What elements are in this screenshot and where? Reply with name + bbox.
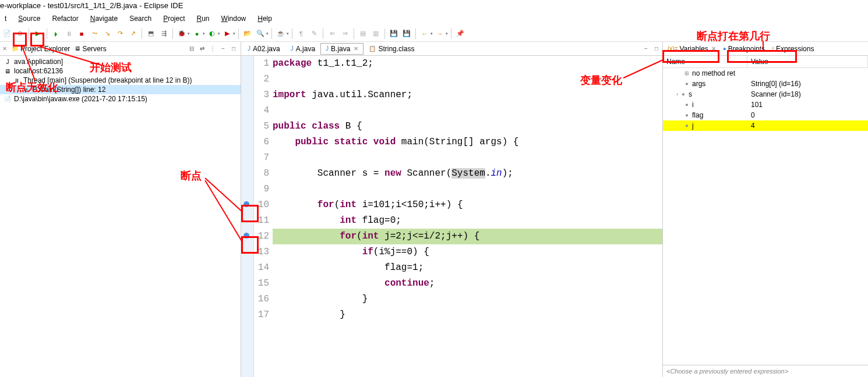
code-line[interactable]: for(int i=101;i<150;i++) {	[273, 197, 662, 213]
menu-search[interactable]: Search	[125, 14, 156, 24]
forward-button[interactable]: →	[434, 28, 446, 40]
tree-label: localhost:62136	[14, 67, 63, 75]
variable-row[interactable]: ●flag0	[663, 110, 868, 120]
var-tab-close-icon[interactable]: ✕	[711, 45, 716, 52]
code-line[interactable]: flag=1;	[273, 260, 662, 276]
step-into-button[interactable]: ↘	[101, 28, 113, 40]
editor-tab-a-java[interactable]: JA.java	[285, 43, 320, 55]
prev-edit-button[interactable]: ⇐	[326, 28, 338, 40]
editor-tab-a02-java[interactable]: JA02.java	[242, 43, 285, 55]
expressions-tab[interactable]: ᵡ Expressions	[768, 44, 817, 54]
new-button[interactable]: 📄	[1, 28, 13, 40]
debug-start-button[interactable]: ▶	[32, 28, 44, 40]
minimize-view-icon[interactable]: −	[218, 44, 228, 54]
var-value: Scanner (id=18)	[747, 89, 868, 99]
terminate-button[interactable]: ■	[76, 28, 87, 40]
var-name: flag	[692, 111, 703, 119]
menu-navigate[interactable]: Navigate	[86, 14, 122, 24]
debug-tree-row[interactable]: ≡B.main(String[]) line: 12	[0, 85, 241, 94]
save-all-button[interactable]: 💾	[401, 28, 412, 40]
collapse-all-icon[interactable]: ⊟	[187, 44, 196, 54]
breakpoint-marker[interactable]	[244, 233, 249, 239]
tab-close-icon[interactable]: ✕	[354, 45, 358, 52]
disconnect-button[interactable]: ⤳	[89, 28, 100, 40]
step-return-button[interactable]: ↗	[127, 28, 139, 40]
code-line[interactable]: for(int j=2;j<=i/2;j++) {	[273, 229, 662, 244]
menu-source[interactable]: Source	[13, 14, 45, 24]
code-line[interactable]: import java.util.Scanner;	[273, 87, 662, 103]
toggle-ws-button[interactable]: ¶	[295, 28, 307, 40]
tab-close-icon[interactable]: ✕	[2, 45, 7, 52]
step-filter-button[interactable]: ⇶	[158, 28, 170, 40]
code-line[interactable]: }	[273, 291, 662, 307]
breakpoints-tab-label: Breakpoints	[728, 45, 765, 53]
code-line[interactable]: public static void main(String[] args) {	[273, 134, 662, 150]
maximize-editor-icon[interactable]: □	[652, 44, 661, 54]
editor-tab-b-java[interactable]: JB.java✕	[320, 43, 364, 55]
align-left-button[interactable]: ▤	[357, 28, 369, 40]
variable-row[interactable]: ●j4	[663, 120, 868, 131]
code-line[interactable]	[273, 182, 662, 197]
var-header-value[interactable]: Value	[747, 56, 868, 67]
debug-button[interactable]: 🐞	[176, 28, 188, 40]
view-menu-icon[interactable]: ⋮	[208, 44, 217, 54]
open-task-button[interactable]: 🔍	[255, 28, 266, 40]
variable-row[interactable]: ›●sScanner (id=18)	[663, 89, 868, 99]
var-header-name[interactable]: Name	[663, 56, 747, 67]
variable-row[interactable]: ●i101	[663, 99, 868, 110]
editor-tab-string-class[interactable]: 📋String.class	[364, 43, 419, 55]
back-button[interactable]: ←	[419, 28, 431, 40]
menu-run[interactable]: Run	[192, 14, 214, 24]
editor-body[interactable]: 1234567891011121314151617 package t1_1.t…	[241, 56, 662, 377]
code-line[interactable]: if(i%j==0) {	[273, 244, 662, 260]
menu-window[interactable]: Window	[217, 14, 251, 24]
ext-tools-button[interactable]: ▶	[221, 28, 233, 40]
step-over-button[interactable]: ↷	[114, 28, 126, 40]
suspend-button[interactable]: ⏸	[63, 28, 75, 40]
save-button[interactable]: 💾	[388, 28, 400, 40]
menu-project[interactable]: Project	[158, 14, 189, 24]
debug-tree-row[interactable]: 🖥localhost:62136	[0, 66, 241, 76]
var-value: 4	[747, 120, 868, 131]
breakpoint-marker[interactable]	[244, 201, 249, 207]
code-line[interactable]: package t1_1.t1_2;	[273, 56, 662, 72]
menu-help[interactable]: Help	[253, 14, 277, 24]
menu-t[interactable]: t	[0, 14, 11, 24]
drop-frame-button[interactable]: ⬒	[145, 28, 157, 40]
menu-refactor[interactable]: Refactor	[47, 14, 83, 24]
next-edit-button[interactable]: ⇒	[339, 28, 351, 40]
servers-tab[interactable]: 🖥 Servers	[72, 44, 108, 54]
code-line[interactable]	[273, 72, 662, 87]
resume-button[interactable]: ⏵	[50, 28, 62, 40]
code-area[interactable]: package t1_1.t1_2;import java.util.Scann…	[273, 56, 662, 377]
debug-tree-row[interactable]: 📄D:\java\bin\javaw.exe (2021-7-20 17:15:…	[0, 94, 241, 104]
project-explorer-tab[interactable]: 📁 Project Explorer	[9, 44, 72, 54]
open-type-button[interactable]: 📂	[242, 28, 253, 40]
variable-row[interactable]: ●argsString[0] (id=16)	[663, 79, 868, 89]
breakpoints-tab[interactable]: ● Breakpoints	[719, 44, 768, 54]
coverage-button[interactable]: ◐	[206, 28, 218, 40]
code-line[interactable]: public class B {	[273, 119, 662, 134]
maximize-view-icon[interactable]: □	[229, 44, 238, 54]
code-line[interactable]: int flag=0;	[273, 213, 662, 229]
pin-button[interactable]: 📌	[454, 28, 466, 40]
code-line[interactable]: }	[273, 307, 662, 323]
toggle-mark-button[interactable]: ✎	[308, 28, 320, 40]
skip-breakpoints-button[interactable]: ⊘	[14, 28, 26, 40]
link-editor-icon[interactable]: ⇄	[197, 44, 207, 54]
align-right-button[interactable]: ▥	[370, 28, 382, 40]
code-line[interactable]	[273, 103, 662, 119]
debug-tree-row[interactable]: Java Application]	[0, 57, 241, 66]
variables-tab[interactable]: (x)= Variables ✕	[664, 44, 719, 54]
variable-row[interactable]: ⊞no method ret	[663, 68, 868, 79]
debug-tree-row[interactable]: ⏸Thread [main] (Suspended (breakpoint at…	[0, 76, 241, 85]
code-line[interactable]: continue;	[273, 276, 662, 291]
breakpoint-gutter[interactable]	[241, 56, 254, 377]
minimize-editor-icon[interactable]: −	[641, 44, 651, 54]
run-button[interactable]: ●	[191, 28, 203, 40]
expression-footer[interactable]: <Choose a previously entered expression>	[663, 365, 868, 377]
code-line[interactable]: Scanner s = new Scanner(System.in);	[273, 166, 662, 182]
code-line[interactable]	[273, 150, 662, 166]
new-java-button[interactable]: ☕	[275, 28, 287, 40]
tree-icon: 🖥	[3, 67, 12, 75]
